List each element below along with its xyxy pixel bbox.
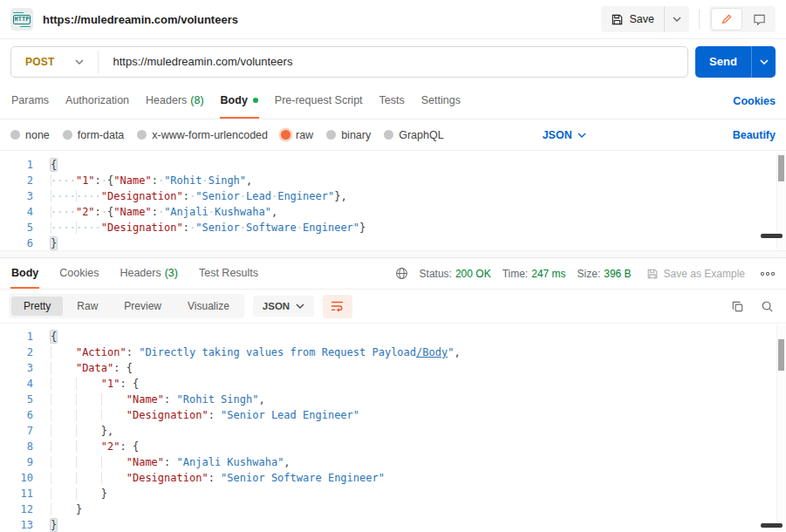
save-as-example-button[interactable]: Save as Example	[646, 268, 745, 280]
tab-label: Settings	[421, 94, 461, 106]
copy-button[interactable]	[731, 300, 744, 313]
wrap-text-button[interactable]	[323, 295, 352, 318]
code-text: "1": {	[33, 376, 139, 392]
response-toolbar-actions	[731, 300, 777, 313]
beautify-link[interactable]: Beautify	[733, 129, 776, 141]
code-text: }	[33, 235, 57, 250]
url-input[interactable]: https://muledreamin.com/volunteers	[99, 55, 292, 68]
tab-authorization[interactable]: Authorization	[65, 84, 130, 119]
tab-label: Pre-request Script	[275, 94, 363, 106]
code-text: },	[33, 423, 113, 439]
cookies-link[interactable]: Cookies	[733, 95, 776, 107]
code-line: 9 "Name": "Anjali Kushwaha",	[0, 454, 786, 470]
code-line: 4 "1": {	[0, 376, 786, 392]
request-body-editor[interactable]: 1{2····"1":·{"Name":·"Rohit·Singh",3····…	[0, 150, 786, 250]
view-tab-visualize[interactable]: Visualize	[175, 297, 242, 316]
view-tab-preview[interactable]: Preview	[112, 297, 174, 316]
code-line: 11 }	[0, 486, 786, 501]
save-icon	[646, 268, 659, 280]
save-options-button[interactable]	[664, 6, 689, 32]
response-editor-hscrollbar-thumb[interactable]	[761, 523, 783, 528]
code-text: "Action": "Directly taking values from R…	[33, 344, 461, 360]
tab-params[interactable]: Params	[10, 84, 50, 119]
url-box: POST https://muledreamin.com/volunteers	[10, 46, 688, 78]
tab-label: Headers	[120, 267, 161, 279]
body-type-none[interactable]: none	[10, 129, 50, 141]
body-type-x-www-form-urlencoded[interactable]: x-www-form-urlencoded	[137, 129, 268, 141]
code-line: 8 "2": {	[0, 439, 786, 454]
tab-body[interactable]: Body	[220, 84, 259, 119]
line-number: 5	[0, 392, 33, 407]
view-mode-switch: Pretty Raw Preview Visualize	[9, 294, 244, 318]
http-badge-label: HTTP	[13, 15, 31, 24]
code-text: "Name": "Anjali Kushwaha",	[33, 454, 290, 470]
response-tab-body[interactable]: Body	[10, 258, 39, 289]
view-tab-raw[interactable]: Raw	[65, 297, 110, 316]
code-line: 2 "Action": "Directly taking values from…	[0, 344, 786, 360]
body-type-label: binary	[341, 129, 371, 141]
chevron-down-icon	[296, 304, 304, 309]
response-editor-vscrollbar[interactable]	[776, 325, 786, 530]
code-text: }	[33, 501, 82, 517]
code-line: 5 "Name": "Rohit Singh",	[0, 392, 786, 407]
tab-pre-request-script[interactable]: Pre-request Script	[274, 84, 364, 119]
code-line: 2····"1":·{"Name":·"Rohit·Singh",	[0, 173, 786, 188]
scrollbar-thumb[interactable]	[778, 339, 784, 371]
line-number: 2	[0, 344, 33, 360]
response-tab-cookies[interactable]: Cookies	[58, 258, 99, 289]
time-badge: Time: 247 ms	[502, 268, 566, 280]
body-type-row: none form-data x-www-form-urlencoded raw…	[0, 119, 786, 150]
edit-button[interactable]	[711, 8, 742, 31]
response-body-editor[interactable]: 1{2 "Action": "Directly taking values fr…	[0, 323, 786, 532]
header-separator	[699, 10, 700, 29]
copy-icon	[731, 300, 744, 313]
status-value: 200 OK	[455, 268, 491, 280]
raw-language-label: JSON	[543, 129, 572, 141]
code-line: 4····"2":·{"Name":·"Anjali·Kushwaha",	[0, 204, 786, 220]
request-editor-hscrollbar-track[interactable]	[0, 250, 786, 258]
chevron-down-icon	[760, 59, 769, 65]
send-options-button[interactable]	[751, 46, 776, 78]
method-select[interactable]: POST	[11, 56, 98, 68]
tab-headers[interactable]: Headers(8)	[145, 84, 205, 119]
comment-icon	[753, 13, 766, 26]
response-tab-headers[interactable]: Headers(3)	[119, 258, 179, 289]
line-number: 1	[0, 329, 33, 344]
response-view-toolbar: Pretty Raw Preview Visualize JSON	[0, 290, 786, 323]
status-label: Status:	[420, 268, 452, 280]
status-badge: Status: 200 OK	[420, 268, 491, 280]
request-editor-hscrollbar-thumb[interactable]	[761, 234, 783, 238]
tab-tests[interactable]: Tests	[379, 84, 406, 119]
headers-count: (8)	[190, 94, 203, 106]
line-number: 8	[0, 439, 33, 454]
view-tab-pretty[interactable]: Pretty	[11, 297, 63, 316]
radio-icon	[384, 130, 393, 140]
send-button[interactable]: Send	[695, 46, 776, 78]
code-text: "Designation": "Senior Software Engineer…	[33, 470, 385, 486]
line-number: 9	[0, 454, 33, 470]
body-type-raw[interactable]: raw	[281, 129, 313, 141]
scrollbar-thumb[interactable]	[778, 155, 784, 181]
save-button[interactable]: Save	[601, 6, 665, 32]
body-type-form-data[interactable]: form-data	[63, 129, 125, 141]
tab-label: Params	[11, 94, 49, 106]
code-text: "Data": {	[33, 360, 133, 376]
tab-settings[interactable]: Settings	[420, 84, 461, 119]
line-number: 3	[0, 188, 33, 204]
body-type-binary[interactable]: binary	[326, 129, 371, 141]
code-line: 1{	[0, 157, 786, 173]
search-button[interactable]	[761, 300, 774, 313]
tab-label: Authorization	[65, 94, 129, 106]
radio-icon	[326, 130, 336, 140]
chevron-down-icon	[578, 133, 586, 138]
request-title: https://muledreamin.com/volunteers	[43, 13, 238, 26]
line-number: 4	[0, 204, 33, 220]
comment-button[interactable]	[744, 8, 774, 31]
response-language-select[interactable]: JSON	[253, 296, 314, 317]
body-type-graphql[interactable]: GraphQL	[384, 129, 443, 141]
more-options-button[interactable]	[760, 271, 776, 276]
body-type-label: form-data	[78, 129, 125, 141]
time-value: 247 ms	[531, 268, 565, 280]
raw-language-select[interactable]: JSON	[543, 129, 586, 141]
response-tab-test-results[interactable]: Test Results	[198, 258, 259, 289]
